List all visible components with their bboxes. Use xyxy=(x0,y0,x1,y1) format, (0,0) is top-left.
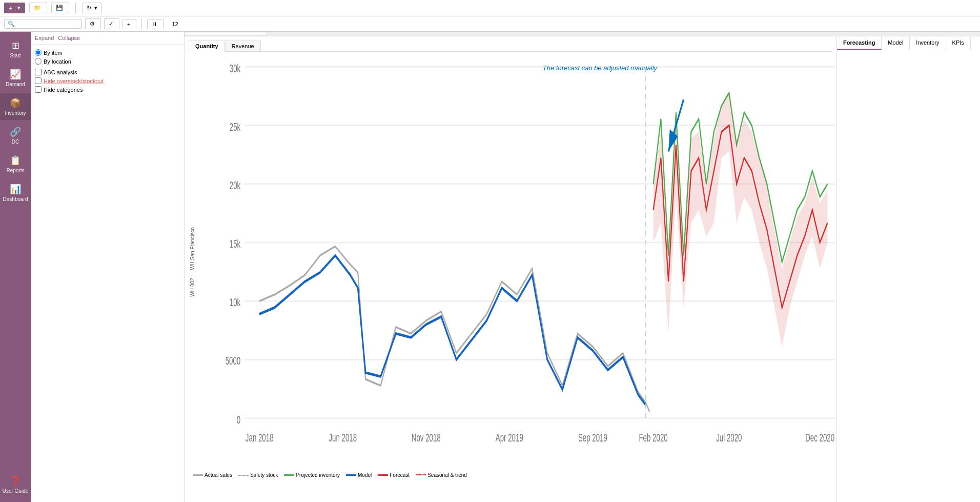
folder-icon: 📁 xyxy=(34,5,41,11)
right-tab-bar: Forecasting Model Inventory KPIs xyxy=(837,36,980,50)
svg-text:Feb 2020: Feb 2020 xyxy=(639,431,668,444)
expand-link[interactable]: Expand xyxy=(35,35,54,41)
tab-model[interactable]: Model xyxy=(882,36,910,50)
svg-text:Apr 2019: Apr 2019 xyxy=(496,431,523,444)
update-data-button[interactable]: ↻ ▾ xyxy=(82,3,102,13)
legend-model: Model xyxy=(346,472,372,478)
nav-sidebar: ⊞ Start 📈 Demand 📦 Inventory 🔗 DC 📋 Repo… xyxy=(0,32,31,502)
note-icon: + xyxy=(127,21,130,27)
tree-footer: By item By location ABC analysis Hide ov… xyxy=(31,45,184,99)
search-box[interactable]: 🔍 xyxy=(4,19,82,29)
tab-revenue[interactable]: Revenue xyxy=(225,41,261,51)
add-note-button[interactable]: + xyxy=(122,19,136,29)
approve-button[interactable]: ✓ xyxy=(104,18,119,29)
dashboard-icon: 📊 xyxy=(10,184,21,195)
table-header-label xyxy=(185,32,267,36)
inventory-icon: 📦 xyxy=(10,97,21,109)
svg-text:20k: 20k xyxy=(230,178,241,192)
right-form xyxy=(837,50,980,58)
save-icon: 💾 xyxy=(56,5,63,11)
tree-panel: Expand Collapse By item By location ABC … xyxy=(31,32,185,502)
legend-dot-forecast xyxy=(378,474,388,476)
check-icon: ✓ xyxy=(109,21,113,27)
chart-legend: Actual sales Safety stock Projected inve… xyxy=(189,470,832,480)
chart-svg: 30k 25k 20k 15k 10k 5000 0 Jan 2018 Jun … xyxy=(199,54,836,470)
new-icon: + xyxy=(9,5,12,11)
gear-icon: ⚙ xyxy=(90,21,95,27)
hide-overstock-checkbox[interactable]: Hide overstock/stockout xyxy=(35,77,180,84)
nav-user-guide[interactable]: ❓ User Guide xyxy=(0,471,31,498)
nav-reports[interactable]: 📋 Reports xyxy=(0,151,31,177)
start-icon: ⊞ xyxy=(12,40,19,51)
nav-inventory[interactable]: 📦 Inventory xyxy=(0,93,31,120)
svg-text:0: 0 xyxy=(237,413,240,426)
search-input[interactable] xyxy=(17,21,78,27)
svg-text:Jan 2018: Jan 2018 xyxy=(246,431,274,444)
sub-toolbar: 🔍 ⚙ ✓ + ⏸ xyxy=(0,16,980,32)
chart-area: Quantity Revenue WH-002 — WH San Francis… xyxy=(185,36,836,502)
radio-by-location[interactable]: By location xyxy=(35,58,180,65)
user-guide-icon: ❓ xyxy=(10,475,21,487)
nav-dc[interactable]: 🔗 DC xyxy=(0,122,31,149)
groupby-radio-group: By item By location xyxy=(35,49,180,65)
svg-text:Dec 2020: Dec 2020 xyxy=(805,431,834,444)
settings-button[interactable]: ⚙ xyxy=(85,18,101,29)
new-dropdown-arrow[interactable]: ▾ xyxy=(15,5,21,11)
main-layout: ⊞ Start 📈 Demand 📦 Inventory 🔗 DC 📋 Repo… xyxy=(0,32,980,502)
collapse-link[interactable]: Collapse xyxy=(58,35,80,41)
dc-icon: 🔗 xyxy=(10,126,21,137)
update-dropdown-arrow[interactable]: ▾ xyxy=(94,5,97,11)
chart-container: WH-002 — WH San Francisco The forecast c… xyxy=(189,54,832,470)
svg-text:15k: 15k xyxy=(230,237,241,250)
legend-safety-stock: Safety stock xyxy=(238,472,278,478)
legend-projected-inventory: Projected inventory xyxy=(284,472,340,478)
hide-overstock-label: Hide overstock/stockout xyxy=(44,78,104,84)
radio-by-item[interactable]: By item xyxy=(35,49,180,56)
refresh-icon: ↻ xyxy=(87,5,91,11)
abc-analysis-checkbox[interactable]: ABC analysis xyxy=(35,69,180,75)
open-button[interactable]: 📁 xyxy=(29,3,47,13)
legend-dot-projected xyxy=(284,474,294,476)
svg-text:5000: 5000 xyxy=(226,354,241,368)
nav-start[interactable]: ⊞ Start xyxy=(0,36,31,63)
tree-header: Expand Collapse xyxy=(31,32,184,45)
reports-icon: 📋 xyxy=(10,155,21,166)
legend-dot-safety xyxy=(238,475,249,476)
sep2 xyxy=(141,19,142,29)
svg-text:Nov 2018: Nov 2018 xyxy=(412,431,441,444)
pause-icon: ⏸ xyxy=(152,21,157,27)
content-area: Quantity Revenue WH-002 — WH San Francis… xyxy=(185,32,980,502)
hide-categories-checkbox[interactable]: Hide categories xyxy=(35,86,180,93)
tab-forecasting[interactable]: Forecasting xyxy=(837,36,882,50)
new-button[interactable]: + ▾ xyxy=(4,3,25,13)
chart-tabs: Quantity Revenue xyxy=(189,41,832,52)
legend-dot-seasonal xyxy=(416,474,426,476)
horizon-input[interactable] xyxy=(170,21,231,28)
legend-forecast: Forecast xyxy=(378,472,410,478)
save-button[interactable]: 💾 xyxy=(51,3,69,13)
legend-seasonal-trend: Seasonal & trend xyxy=(416,472,467,478)
svg-text:30k: 30k xyxy=(230,62,241,75)
right-panel: Forecasting Model Inventory KPIs xyxy=(836,36,980,502)
demand-icon: 📈 xyxy=(10,69,21,80)
svg-text:Sep 2019: Sep 2019 xyxy=(578,431,607,444)
legend-dot-actual xyxy=(193,474,203,476)
tab-quantity[interactable]: Quantity xyxy=(189,41,225,52)
legend-actual-sales: Actual sales xyxy=(193,472,232,478)
forecast-table xyxy=(185,32,267,36)
svg-text:Jul 2020: Jul 2020 xyxy=(716,431,742,444)
forecast-table-section xyxy=(185,32,980,36)
tab-inventory[interactable]: Inventory xyxy=(910,36,946,50)
search-icon: 🔍 xyxy=(8,21,15,27)
sep1 xyxy=(75,3,76,13)
top-toolbar: + ▾ 📁 💾 ↻ ▾ xyxy=(0,0,980,16)
pause-forecast-button[interactable]: ⏸ xyxy=(147,19,164,29)
nav-dashboard[interactable]: 📊 Dashboard xyxy=(0,179,31,206)
legend-dot-model xyxy=(346,474,356,476)
chart-section: Quantity Revenue WH-002 — WH San Francis… xyxy=(185,36,980,502)
tab-kpis[interactable]: KPIs xyxy=(946,36,971,50)
svg-text:25k: 25k xyxy=(230,120,241,133)
nav-demand[interactable]: 📈 Demand xyxy=(0,65,31,91)
svg-text:Jun 2018: Jun 2018 xyxy=(329,431,357,444)
y-axis-label: WH-002 — WH San Francisco xyxy=(190,227,195,297)
